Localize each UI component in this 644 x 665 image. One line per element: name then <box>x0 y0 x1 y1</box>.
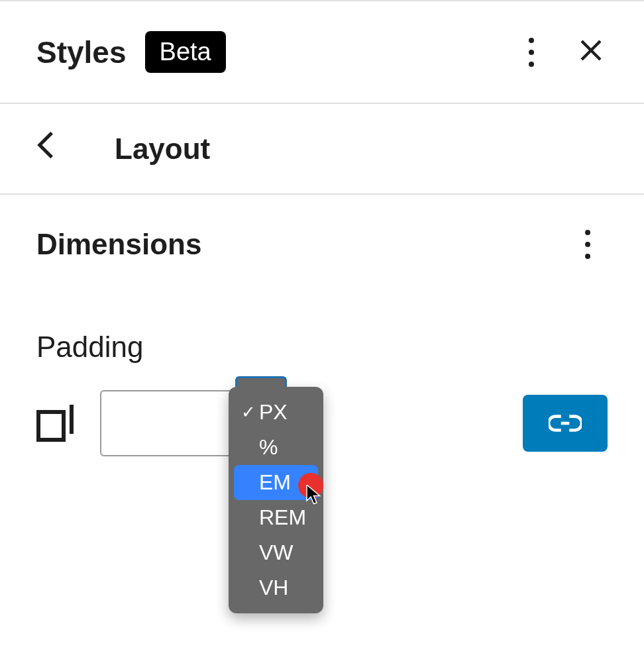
unit-label: VW <box>259 540 294 565</box>
subheader-title: Layout <box>115 132 210 166</box>
cursor-arrow-icon <box>306 485 323 510</box>
unit-option-vw[interactable]: VW <box>234 535 318 570</box>
subheader: Layout <box>0 104 644 195</box>
cursor-indicator <box>298 473 323 498</box>
panel-title: Styles <box>36 34 127 70</box>
back-button[interactable] <box>36 130 55 167</box>
link-sides-button[interactable] <box>523 395 608 452</box>
unit-label: % <box>259 435 278 460</box>
unit-option-vh[interactable]: VH <box>234 570 318 605</box>
unit-label: VH <box>259 576 288 600</box>
padding-value-input[interactable] <box>100 390 239 456</box>
unit-option-px[interactable]: ✓ PX <box>234 395 318 430</box>
unit-label: EM <box>259 470 291 495</box>
section-options-button[interactable] <box>568 225 608 264</box>
padding-field-row: ✓ PX % EM REM VW VH <box>36 390 608 456</box>
close-button[interactable] <box>571 32 611 72</box>
beta-badge: Beta <box>145 31 226 73</box>
section-title: Dimensions <box>36 228 201 261</box>
dropdown-tab <box>235 376 287 387</box>
link-icon <box>549 413 582 433</box>
more-vertical-icon <box>529 38 534 67</box>
unit-label: PX <box>259 400 288 425</box>
padding-icon <box>36 405 74 442</box>
more-options-button[interactable] <box>511 32 551 72</box>
padding-label: Padding <box>36 331 608 364</box>
close-icon <box>577 35 605 70</box>
more-vertical-icon <box>585 230 590 259</box>
unit-label: REM <box>259 505 306 530</box>
panel-header: Styles Beta <box>0 0 644 104</box>
section-header: Dimensions <box>36 225 608 264</box>
dimensions-section: Dimensions Padding ✓ PX % EM <box>0 195 644 470</box>
check-icon: ✓ <box>239 402 258 423</box>
unit-option-percent[interactable]: % <box>234 430 318 465</box>
